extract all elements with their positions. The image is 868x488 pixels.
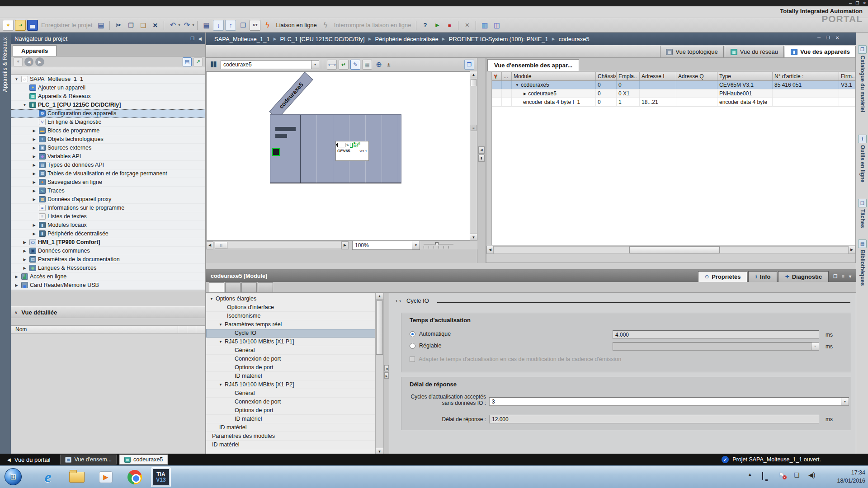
window-close-button[interactable]: ✕ xyxy=(863,0,866,6)
start-runtime-icon[interactable] xyxy=(237,20,248,31)
left-rail-label[interactable]: Appareils & Réseaux xyxy=(2,37,8,92)
properties-tab[interactable] xyxy=(209,282,224,292)
file-explorer-icon[interactable] xyxy=(67,468,87,486)
expander-icon[interactable]: ▶ xyxy=(14,283,19,287)
redo-dropdown-icon[interactable]: ▾ xyxy=(192,23,194,27)
expander-icon[interactable]: ▶ xyxy=(31,189,37,193)
adjustable-radio[interactable] xyxy=(410,343,415,349)
expander-icon[interactable]: ▶ xyxy=(31,172,37,176)
section-chevrons-icon[interactable]: ›› xyxy=(396,298,403,304)
properties-nav-item[interactable]: ID matériel xyxy=(206,423,375,432)
stop-simulation-icon[interactable] xyxy=(444,20,455,31)
splitter-left-icon[interactable]: ◀ xyxy=(384,365,389,371)
tree-item[interactable]: ≡ Listes de textes xyxy=(11,212,205,221)
detail-view-header[interactable]: ∨ Vue détaillée xyxy=(11,306,205,318)
automatic-radio[interactable] xyxy=(410,331,415,337)
column-header-article[interactable]: N° d'article : xyxy=(773,72,839,80)
save-project-icon[interactable] xyxy=(27,20,38,31)
expander-icon[interactable]: ▶ xyxy=(31,129,37,133)
zoom-tool-icon[interactable] xyxy=(374,60,384,70)
view-switch-button[interactable]: ▦ Vue du réseau xyxy=(725,46,784,57)
automatic-label[interactable]: Automatique xyxy=(419,331,451,337)
inspector-tab[interactable]: ✚ Diagnostic xyxy=(778,271,829,282)
properties-nav-item[interactable]: ID matériel xyxy=(206,372,375,380)
menu-item[interactable] xyxy=(28,6,40,18)
properties-nav-item[interactable]: Isochronisme xyxy=(206,312,375,320)
tree-item[interactable]: ▶ ▤ Paramètres de la documentation xyxy=(11,255,205,264)
properties-nav-item[interactable]: Connexion de port xyxy=(206,398,375,406)
new-object-icon[interactable]: ✶ xyxy=(14,57,23,66)
tree-item[interactable]: ▶ ▤ Types de données API xyxy=(11,161,205,169)
dropdown-arrow-icon[interactable]: ▼ xyxy=(311,61,319,69)
action-center-flag-icon[interactable]: ⚑✕ xyxy=(778,471,784,479)
tree-item[interactable]: ▶ ▄ Card Reader/Mémoire USB xyxy=(11,281,205,290)
scroll-up-icon[interactable]: ▲ xyxy=(470,71,477,78)
paste-icon[interactable] xyxy=(137,20,148,31)
tree-item[interactable]: ▼ ▮ PLC_1 [CPU 1215C DC/DC/Rly] xyxy=(11,101,205,109)
grid-icon[interactable] xyxy=(362,60,372,70)
tree-item[interactable]: ✶ Ajouter un appareil xyxy=(11,84,205,92)
properties-nav-item[interactable]: ID matériel xyxy=(206,441,375,449)
tree-item[interactable]: ▶ ▮ Périphérie décentralisée xyxy=(11,230,205,238)
scrollbar-thumb[interactable] xyxy=(629,246,720,253)
column-header-chassis[interactable]: Châssis xyxy=(596,72,617,80)
tray-expand-icon[interactable]: ▴ xyxy=(749,471,751,477)
editor-minimize-button[interactable]: ─ xyxy=(817,35,821,40)
start-simulation-icon[interactable] xyxy=(432,20,443,31)
scrollbar-track[interactable] xyxy=(494,246,629,253)
expander-icon[interactable]: ▶ xyxy=(31,232,37,236)
properties-nav-item[interactable]: ▼ RJ45 10/100 MBit/s [X1 P1] xyxy=(206,338,375,346)
go-offline-icon[interactable] xyxy=(320,20,331,31)
tree-item[interactable]: V En ligne & Diagnostic xyxy=(11,118,205,127)
undo-icon[interactable] xyxy=(167,20,178,31)
rack-icon[interactable] xyxy=(209,60,219,70)
detail-column-nom[interactable]: Nom xyxy=(11,326,178,333)
edit-mode-icon[interactable] xyxy=(350,60,360,70)
accepted-cycles-dropdown[interactable]: 3 ▼ xyxy=(489,397,849,406)
splitter-collapse-icon[interactable]: ◀ xyxy=(478,146,485,154)
scrollbar-thumb[interactable] xyxy=(471,79,476,86)
device-body[interactable]: ⇅ ProfiNet CEV65 V3.1 xyxy=(270,114,401,183)
window-minimize-button[interactable]: ─ xyxy=(849,0,852,6)
start-button[interactable]: ⊞ xyxy=(5,468,22,485)
inspector-collapse-icon[interactable]: ▾ xyxy=(849,274,851,279)
tree-item[interactable]: ▶ ◆ Variables API xyxy=(11,152,205,161)
tab-appareils[interactable]: Appareils xyxy=(13,45,57,56)
open-project-icon[interactable] xyxy=(15,20,26,31)
expander-icon[interactable]: ▼ xyxy=(14,77,19,81)
dots-header[interactable]: ... xyxy=(502,72,512,80)
expander-icon[interactable]: ▼ xyxy=(219,340,222,344)
delete-icon[interactable] xyxy=(150,20,160,31)
network-tray-icon[interactable] xyxy=(762,472,763,479)
upload-from-device-icon[interactable] xyxy=(225,20,236,31)
device-rotated-label[interactable]: codeuraxe5 xyxy=(269,72,313,119)
view-switch-button[interactable]: ▦ Vue topologique xyxy=(660,46,724,57)
expander-icon[interactable]: ▼ xyxy=(219,323,222,327)
print-icon[interactable] xyxy=(95,20,106,31)
expander-icon[interactable]: ▼ xyxy=(219,383,222,387)
media-player-icon[interactable]: ▶ xyxy=(96,468,116,486)
internet-explorer-icon[interactable]: e xyxy=(38,468,58,486)
window-stack-tray-icon[interactable]: ❏ xyxy=(794,471,800,479)
inspector-list-icon[interactable]: ≡ xyxy=(842,274,844,279)
splitter-grip-icon[interactable]: ▮ xyxy=(478,155,485,162)
scroll-up-icon[interactable]: ▲ xyxy=(376,293,383,300)
tree-item[interactable]: ▶ ▦ Données d'appareil proxy xyxy=(11,195,205,204)
expander-icon[interactable]: ▶ xyxy=(31,137,37,141)
properties-nav-item[interactable]: ▼ Paramètres temps réel xyxy=(206,320,375,329)
split-editor-horizontal-icon[interactable] xyxy=(479,20,490,31)
device-selector-dropdown[interactable]: codeuraxe5 ▼ xyxy=(221,60,319,69)
editor-task-button[interactable]: ▦ codeuraxe5 xyxy=(119,455,168,465)
menu-item[interactable] xyxy=(40,6,52,18)
tree-item[interactable]: ▶ ▟ Accès en ligne xyxy=(11,272,205,281)
scrollbar-thumb[interactable] xyxy=(376,300,383,355)
tree-item[interactable]: ▶ ▣ Sources externes xyxy=(11,144,205,152)
adjustable-label[interactable]: Réglable xyxy=(419,343,441,349)
inspector-tab[interactable]: ⊙ Propriétés xyxy=(698,271,748,282)
properties-nav-item[interactable]: Options de port xyxy=(206,406,375,415)
zoom-slider[interactable] xyxy=(424,242,453,249)
volume-tray-icon[interactable]: ◀) xyxy=(808,471,815,479)
scroll-left-icon[interactable]: ◀ xyxy=(206,241,213,249)
column-header-address-i[interactable]: Adresse I xyxy=(640,72,676,80)
properties-nav-item[interactable]: Général xyxy=(206,346,375,355)
